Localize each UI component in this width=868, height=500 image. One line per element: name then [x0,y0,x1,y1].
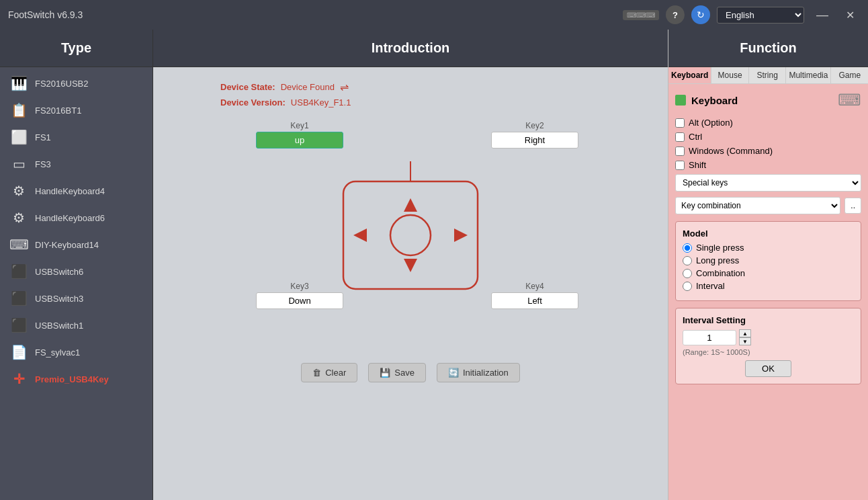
windows-command-row: Windows (Command) [675,146,861,156]
function-body: Keyboard ⌨ Alt (Option) Ctrl Windows (Co… [668,84,868,500]
svg-text:3: 3 [408,259,413,269]
key-combination-row: Key combination .. [675,197,861,214]
device-version-row: Device Version: USB4Key_F1.1 [220,97,351,108]
key3-value[interactable]: Down [256,292,343,309]
tab-mouse[interactable]: Mouse [711,67,749,83]
save-icon: 💾 [380,368,390,378]
sidebar-item-label-fs_sylvac1: FS_sylvac1 [35,347,80,358]
sidebar-item-icon-fs2016bt1: 📋 [9,102,28,118]
key3-label: Key3 [256,282,343,291]
key-combination-select[interactable]: Key combination [675,197,840,214]
tab-multimedia[interactable]: Multimedia [786,67,831,83]
clear-button[interactable]: 🗑 Clear [301,363,357,382]
close-button[interactable]: ✕ [840,7,860,23]
initialization-button[interactable]: 🔄 Initialization [437,363,520,382]
key1-value[interactable]: up [256,132,343,149]
sidebar-item-icon-premio_usb4key: ✛ [9,371,28,387]
tab-keyboard[interactable]: Keyboard [668,67,711,83]
interval-label: Interval [696,281,725,291]
clear-label: Clear [325,368,346,378]
device-info: Device State: Device Found ⇌ Device Vers… [220,81,351,108]
sidebar-header: Type [0,30,153,67]
save-label: Save [394,368,415,378]
language-select[interactable]: English [717,7,804,24]
function-tabs: KeyboardMouseStringMultimediaGame [668,67,868,84]
svg-text:1: 1 [408,202,413,212]
sidebar-item-label-fs3: FS3 [35,159,51,169]
sidebar-item-premio_usb4key[interactable]: ✛Premio_USB4Key [0,366,153,392]
usb-icon: ⇌ [340,81,349,93]
windows-command-checkbox[interactable] [675,147,685,156]
save-button[interactable]: 💾 Save [368,363,426,382]
sidebar-item-icon-diy-keyboard14: ⌨ [9,237,28,253]
titlebar: FootSwitch v6.9.3 ⌨⌨⌨ ? ↻ English — ✕ [0,0,868,30]
modifier-checkboxes: Alt (Option) Ctrl Windows (Command) Shif… [675,118,861,170]
ctrl-checkbox[interactable] [675,132,685,142]
sidebar-item-handlekeyboard4[interactable]: ⚙HandleKeyboard4 [0,177,153,204]
key4-value[interactable]: Left [491,292,578,309]
alt-option-checkbox[interactable] [675,118,685,128]
long-press-radio[interactable] [683,256,692,265]
sidebar-item-icon-handlekeyboard4: ⚙ [9,183,28,199]
sidebar-item-fs2016usb2[interactable]: 🎹FS2016USB2 [0,70,153,97]
interval-spin-buttons: ▲ ▼ [739,329,751,345]
windows-command-label: Windows (Command) [689,146,773,156]
svg-point-2 [390,215,431,255]
sidebar-item-label-handlekeyboard4: HandleKeyboard4 [35,186,105,196]
sidebar-item-fs_sylvac1[interactable]: 📄FS_sylvac1 [0,339,153,366]
shift-checkbox[interactable] [675,161,685,170]
sidebar-item-icon-fs3: ▭ [9,156,28,172]
app-title: FootSwitch v6.9.3 [8,9,83,20]
device-state-label: Device State: [220,82,275,92]
refresh-button[interactable]: ↻ [691,5,710,24]
init-label: Initialization [463,368,509,378]
sidebar-item-usbswitch3[interactable]: ⬛USBSwitch3 [0,285,153,312]
interval-row: Interval [683,281,854,291]
keyboard-active-indicator [675,95,686,106]
sidebar-item-diy-keyboard14[interactable]: ⌨DIY-Keyboard14 [0,231,153,258]
long-press-label: Long press [696,255,739,265]
interval-radio[interactable] [683,282,692,291]
special-keys-row: Special keys [675,174,861,192]
main-layout: Type 🎹FS2016USB2📋FS2016BT1⬜FS1▭FS3⚙Handl… [0,30,868,500]
shift-row: Shift [675,160,861,170]
interval-spin-up[interactable]: ▲ [739,329,751,337]
device-state-row: Device State: Device Found ⇌ [220,81,351,93]
clear-icon: 🗑 [312,368,321,378]
ok-button[interactable]: OK [745,360,791,377]
key2-value[interactable]: Right [491,132,578,149]
sidebar-item-fs1[interactable]: ⬜FS1 [0,124,153,151]
sidebar-item-label-premio_usb4key: Premio_USB4Key [35,374,109,384]
sidebar-item-label-usbswitch6: USBSwitch6 [35,267,83,277]
single-press-radio[interactable] [683,243,692,253]
key-combination-button[interactable]: .. [844,198,861,214]
sidebar-item-icon-usbswitch1: ⬛ [9,317,28,333]
tab-game[interactable]: Game [831,67,868,83]
sidebar-item-label-handlekeyboard6: HandleKeyboard6 [35,213,105,223]
sidebar-item-label-fs2016bt1: FS2016BT1 [35,106,81,116]
interval-input[interactable] [683,330,736,345]
sidebar-item-label-fs1: FS1 [35,132,51,142]
sidebar-item-fs3[interactable]: ▭FS3 [0,151,153,177]
combination-radio[interactable] [683,269,692,278]
special-keys-select[interactable]: Special keys [675,174,861,192]
interval-spin-down[interactable]: ▼ [739,337,751,345]
sidebar-item-handlekeyboard6[interactable]: ⚙HandleKeyboard6 [0,204,153,231]
key1-container: Key1 up [256,121,343,149]
key-diagram: Key1 up Key2 Right [243,121,578,349]
tab-string[interactable]: String [749,67,787,83]
minimize-button[interactable]: — [811,7,834,24]
alt-option-label: Alt (Option) [689,118,733,128]
sidebar-item-usbswitch6[interactable]: ⬛USBSwitch6 [0,258,153,285]
svg-text:2: 2 [455,230,460,240]
sidebar-item-label-usbswitch3: USBSwitch3 [35,294,83,304]
sidebar-item-icon-usbswitch6: ⬛ [9,263,28,280]
sidebar-item-fs2016bt1[interactable]: 📋FS2016BT1 [0,97,153,124]
long-press-row: Long press [683,255,854,265]
sidebar-item-usbswitch1[interactable]: ⬛USBSwitch1 [0,312,153,339]
alt-option-row: Alt (Option) [675,118,861,128]
sidebar-list: 🎹FS2016USB2📋FS2016BT1⬜FS1▭FS3⚙HandleKeyb… [0,67,153,500]
dpad-container: 1 3 4 2 [330,161,491,296]
key3-container: Key3 Down [256,282,343,309]
help-button[interactable]: ? [666,5,685,24]
